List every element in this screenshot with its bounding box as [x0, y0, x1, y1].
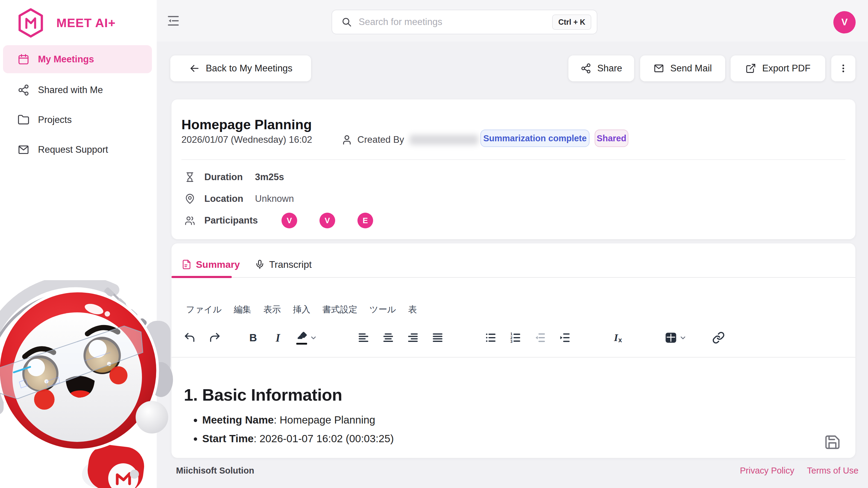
footer-company: Miichisoft Solution	[176, 466, 254, 476]
align-left-icon	[357, 331, 370, 344]
meeting-title: Homepage Planning	[181, 117, 312, 133]
search-bar[interactable]: Search for meetings Ctrl + K	[332, 10, 597, 34]
toolbar-divider	[172, 357, 855, 358]
sidebar-item-request-support[interactable]: Request Support	[3, 135, 152, 164]
privacy-policy-link[interactable]: Privacy Policy	[740, 466, 795, 476]
hourglass-icon	[184, 172, 195, 183]
editor-toolbar: B I	[182, 328, 726, 347]
table-icon	[664, 331, 677, 344]
redo-icon	[208, 331, 221, 344]
brand-logo: MEET AI+	[17, 7, 116, 38]
duration-label: Duration	[204, 172, 255, 183]
align-center-icon	[382, 331, 395, 344]
highlight-dropdown-button[interactable]	[309, 330, 318, 345]
participant-avatar[interactable]: V	[319, 213, 335, 228]
meeting-card-divider	[181, 159, 845, 160]
sidebar-collapse-button[interactable]	[164, 13, 182, 30]
folder-icon	[18, 114, 30, 126]
search-icon	[341, 17, 352, 27]
participant-avatar[interactable]: V	[281, 213, 297, 228]
link-button[interactable]	[711, 330, 726, 345]
menu-file[interactable]: ファイル	[186, 304, 222, 316]
align-justify-button[interactable]	[430, 330, 445, 345]
export-icon	[745, 63, 756, 74]
terms-of-use-link[interactable]: Terms of Use	[807, 466, 859, 476]
location-row: Location Unknown	[184, 191, 294, 207]
highlight-color-button[interactable]	[295, 330, 309, 345]
tab-summary-label: Summary	[196, 259, 240, 270]
menu-tools[interactable]: ツール	[370, 304, 396, 316]
location-label: Location	[204, 193, 255, 204]
duration-row: Duration 3m25s	[184, 169, 284, 185]
duration-value: 3m25s	[255, 172, 284, 183]
indent-button[interactable]	[557, 330, 572, 345]
align-center-button[interactable]	[381, 330, 396, 345]
undo-button[interactable]	[182, 330, 197, 345]
meeting-meta-row: 2026/01/07 (Wednesday) 16:02 Created By	[181, 131, 478, 149]
bold-button[interactable]: B	[246, 330, 261, 345]
sidebar-item-projects[interactable]: Projects	[3, 106, 152, 134]
align-left-button[interactable]	[356, 330, 371, 345]
search-shortcut-badge: Ctrl + K	[552, 14, 591, 30]
created-by-label: Created By	[358, 134, 404, 145]
menu-insert[interactable]: 挿入	[293, 304, 310, 316]
table-dropdown-button[interactable]	[678, 330, 687, 345]
menu-format[interactable]: 書式設定	[322, 304, 358, 316]
collapse-sidebar-icon	[166, 13, 181, 28]
highlight-color-swatch	[296, 343, 307, 345]
menu-edit[interactable]: 編集	[234, 304, 251, 316]
save-icon	[824, 434, 841, 450]
sidebar-item-my-meetings[interactable]: My Meetings	[3, 45, 152, 73]
summary-section-heading: 1. Basic Information	[184, 385, 342, 404]
menu-table[interactable]: 表	[408, 304, 417, 316]
menu-view[interactable]: 表示	[264, 304, 281, 316]
microphone-icon	[255, 259, 265, 270]
italic-button[interactable]: I	[270, 330, 285, 345]
export-pdf-button-label: Export PDF	[762, 63, 810, 74]
table-button[interactable]	[663, 330, 678, 345]
bullet-list-button[interactable]	[483, 330, 498, 345]
user-avatar[interactable]: V	[833, 11, 856, 33]
align-right-button[interactable]	[405, 330, 421, 345]
tab-summary[interactable]: Summary	[181, 255, 240, 273]
tab-transcript[interactable]: Transcript	[255, 255, 312, 273]
mail-icon	[18, 144, 30, 156]
sidebar-item-shared-with-me[interactable]: Shared with Me	[3, 76, 152, 104]
arrow-left-icon	[189, 63, 200, 74]
more-options-button[interactable]	[831, 56, 855, 82]
sidebar-item-label: My Meetings	[38, 54, 94, 65]
sidebar-item-label: Request Support	[38, 144, 108, 155]
clear-formatting-button[interactable]: Ix	[610, 330, 625, 345]
chevron-down-icon	[309, 331, 318, 344]
editor-menubar: ファイル 編集 表示 挿入 書式設定 ツール 表	[186, 302, 417, 317]
creator-name-redacted	[410, 135, 478, 145]
numbered-list-button[interactable]: 1 2 3	[508, 330, 523, 345]
mail-icon	[653, 63, 664, 74]
location-pin-icon	[184, 193, 195, 204]
save-button[interactable]	[824, 434, 841, 450]
share-button[interactable]: Share	[568, 56, 634, 82]
outdent-icon	[534, 331, 547, 344]
highlighter-icon	[296, 330, 308, 341]
summary-editor-card: Summary Transcript ファイル 編集 表示 挿入 書式設定 ツー…	[172, 243, 855, 458]
kebab-menu-icon	[838, 63, 848, 73]
active-tab-underline	[172, 276, 232, 278]
status-badge-shared: Shared	[595, 130, 628, 147]
list-item: Start Time: 2026-01-07 16:02 (00:03:25)	[202, 432, 394, 445]
participant-avatar[interactable]: E	[358, 213, 373, 228]
align-justify-icon	[431, 331, 444, 344]
send-mail-button[interactable]: Send Mail	[640, 56, 725, 82]
mascot-robot	[0, 280, 175, 488]
export-pdf-button[interactable]: Export PDF	[731, 56, 825, 82]
summary-bullet-list: Meeting Name: Homepage Planning Start Ti…	[190, 414, 394, 451]
back-button[interactable]: Back to My Meetings	[170, 56, 311, 82]
meeting-info-card: Homepage Planning 2026/01/07 (Wednesday)…	[172, 99, 855, 239]
calendar-icon	[18, 53, 30, 65]
outdent-button[interactable]	[532, 330, 548, 345]
location-value: Unknown	[255, 193, 294, 204]
brand-name: MEET AI+	[56, 16, 116, 30]
redo-button[interactable]	[207, 330, 222, 345]
participants-row: Participants V V E	[184, 213, 373, 228]
document-icon	[181, 259, 192, 270]
back-button-label: Back to My Meetings	[206, 63, 293, 74]
